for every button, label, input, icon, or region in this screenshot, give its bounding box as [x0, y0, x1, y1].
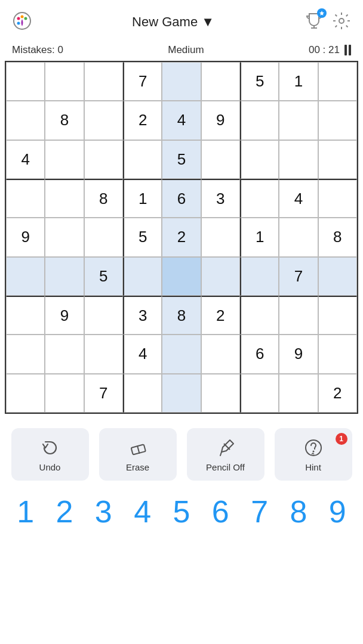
cell[interactable]: 3	[123, 296, 162, 335]
cell[interactable]	[45, 179, 84, 218]
cell[interactable]	[240, 257, 279, 296]
cell[interactable]: 8	[318, 218, 357, 256]
cell[interactable]: 2	[123, 101, 162, 140]
cell[interactable]: 5	[84, 257, 123, 296]
cell[interactable]	[201, 335, 240, 373]
cell[interactable]: 1	[123, 179, 162, 218]
cell[interactable]: 2	[162, 218, 201, 256]
cell[interactable]	[84, 335, 123, 373]
cell[interactable]	[318, 335, 357, 373]
cell[interactable]	[84, 140, 123, 179]
cell[interactable]: 4	[279, 179, 318, 218]
cell[interactable]	[279, 296, 318, 335]
cell[interactable]	[84, 218, 123, 256]
cell[interactable]	[84, 62, 123, 101]
cell[interactable]	[318, 62, 357, 101]
cell[interactable]	[279, 101, 318, 140]
settings-button[interactable]	[332, 11, 351, 33]
num-button-1[interactable]: 1	[8, 496, 43, 527]
cell[interactable]	[123, 374, 162, 413]
cell[interactable]	[6, 101, 45, 140]
cell[interactable]	[318, 296, 357, 335]
num-button-7[interactable]: 7	[242, 496, 277, 527]
cell[interactable]: 7	[123, 62, 162, 101]
cell[interactable]	[201, 218, 240, 256]
cell[interactable]	[6, 335, 45, 373]
cell[interactable]	[162, 62, 201, 101]
cell[interactable]	[123, 140, 162, 179]
cell[interactable]	[279, 218, 318, 256]
num-button-3[interactable]: 3	[86, 496, 121, 527]
num-button-2[interactable]: 2	[47, 496, 82, 527]
num-button-6[interactable]: 6	[203, 496, 238, 527]
cell[interactable]	[318, 179, 357, 218]
cell[interactable]: 8	[84, 179, 123, 218]
cell[interactable]: 9	[6, 218, 45, 256]
cell[interactable]	[240, 101, 279, 140]
cell[interactable]: 2	[201, 296, 240, 335]
num-button-9[interactable]: 9	[320, 496, 355, 527]
erase-button[interactable]: Erase	[99, 428, 177, 481]
hint-button[interactable]: 1 Hint	[275, 428, 352, 481]
cell[interactable]	[6, 179, 45, 218]
cell[interactable]	[201, 62, 240, 101]
cell[interactable]	[45, 218, 84, 256]
cell[interactable]	[201, 140, 240, 179]
cell[interactable]: 6	[240, 335, 279, 373]
cell[interactable]: 9	[279, 335, 318, 373]
cell[interactable]	[240, 140, 279, 179]
cell[interactable]	[84, 101, 123, 140]
cell[interactable]: 5	[162, 140, 201, 179]
cell[interactable]	[6, 296, 45, 335]
cell[interactable]: 2	[318, 374, 357, 413]
cell[interactable]: 1	[279, 62, 318, 101]
cell[interactable]	[318, 257, 357, 296]
cell[interactable]	[45, 62, 84, 101]
new-game-button[interactable]: New Game ▼	[132, 14, 214, 30]
num-button-5[interactable]: 5	[164, 496, 199, 527]
trophy-button[interactable]	[304, 11, 324, 33]
cell[interactable]	[240, 296, 279, 335]
cell[interactable]: 5	[240, 62, 279, 101]
cell[interactable]: 5	[123, 218, 162, 256]
cell[interactable]	[6, 62, 45, 101]
cell[interactable]	[6, 374, 45, 413]
cell[interactable]: 7	[279, 257, 318, 296]
palette-button[interactable]	[12, 11, 42, 33]
cell[interactable]	[201, 257, 240, 296]
cell[interactable]	[123, 257, 162, 296]
cell[interactable]	[240, 374, 279, 413]
cell[interactable]: 9	[45, 296, 84, 335]
sudoku-grid[interactable]: 751824945816349521857938246972	[5, 61, 358, 414]
cell[interactable]	[45, 257, 84, 296]
cell[interactable]: 4	[123, 335, 162, 373]
cell[interactable]	[162, 374, 201, 413]
cell[interactable]	[279, 140, 318, 179]
cell[interactable]: 8	[45, 101, 84, 140]
cell[interactable]	[84, 296, 123, 335]
num-button-4[interactable]: 4	[125, 496, 160, 527]
cell[interactable]: 9	[201, 101, 240, 140]
cell[interactable]	[279, 374, 318, 413]
cell[interactable]: 6	[162, 179, 201, 218]
cell[interactable]: 7	[84, 374, 123, 413]
cell[interactable]: 8	[162, 296, 201, 335]
cell[interactable]	[201, 374, 240, 413]
cell[interactable]	[240, 179, 279, 218]
cell[interactable]	[45, 140, 84, 179]
cell[interactable]: 4	[162, 101, 201, 140]
cell[interactable]	[45, 335, 84, 373]
cell[interactable]	[318, 140, 357, 179]
pause-button[interactable]	[344, 45, 351, 55]
cell[interactable]	[162, 257, 201, 296]
pencil-button[interactable]: Pencil Off	[187, 428, 264, 481]
cell[interactable]: 4	[6, 140, 45, 179]
cell[interactable]	[162, 335, 201, 373]
cell[interactable]	[6, 257, 45, 296]
cell[interactable]	[45, 374, 84, 413]
cell[interactable]: 1	[240, 218, 279, 256]
undo-button[interactable]: Undo	[11, 428, 89, 481]
cell[interactable]: 3	[201, 179, 240, 218]
num-button-8[interactable]: 8	[281, 496, 316, 527]
cell[interactable]	[318, 101, 357, 140]
